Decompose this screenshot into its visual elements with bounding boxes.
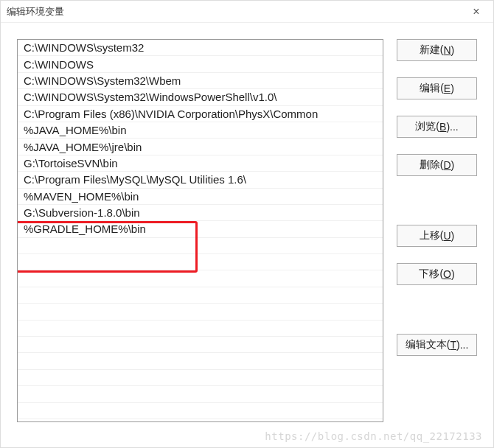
button-column: 新建(N) 编辑(E) 浏览(B)... 删除(D) 上移(U) 下移(O) 编…	[397, 39, 477, 431]
list-item[interactable]	[18, 287, 383, 304]
list-item[interactable]	[18, 337, 383, 353]
list-item[interactable]: %JAVA_HOME%\bin	[18, 122, 383, 139]
list-item[interactable]	[18, 370, 383, 386]
close-button[interactable]: ×	[465, 1, 487, 23]
close-icon: ×	[473, 5, 479, 18]
list-item[interactable]	[18, 304, 383, 320]
list-item[interactable]: C:\WINDOWS\system32	[18, 40, 383, 56]
list-item[interactable]: C:\WINDOWS\System32\WindowsPowerShell\v1…	[18, 89, 383, 105]
env-var-dialog: 编辑环境变量 × C:\WINDOWS\system32C:\WINDOWSC:…	[0, 0, 494, 448]
list-item[interactable]: %GRADLE_HOME%\bin	[18, 221, 383, 237]
delete-button[interactable]: 删除(D)	[397, 154, 477, 176]
move-down-button[interactable]: 下移(O)	[397, 263, 477, 285]
browse-button[interactable]: 浏览(B)...	[397, 116, 477, 138]
list-item[interactable]	[18, 403, 383, 419]
list-item[interactable]	[18, 254, 383, 270]
list-item[interactable]: C:\WINDOWS	[18, 56, 383, 72]
edit-button[interactable]: 编辑(E)	[397, 77, 477, 99]
list-item[interactable]: G:\Subversion-1.8.0\bin	[18, 205, 383, 221]
content-area: C:\WINDOWS\system32C:\WINDOWSC:\WINDOWS\…	[1, 23, 493, 447]
button-spacer	[397, 192, 477, 209]
list-item[interactable]	[18, 238, 383, 254]
list-item[interactable]: G:\TortoiseSVN\bin	[18, 155, 383, 172]
list-item[interactable]: C:\Program Files (x86)\NVIDIA Corporatio…	[18, 106, 383, 122]
edit-text-button[interactable]: 编辑文本(T)...	[397, 334, 477, 356]
list-item[interactable]	[18, 270, 383, 287]
titlebar: 编辑环境变量 ×	[1, 1, 493, 23]
list-item[interactable]: C:\WINDOWS\System32\Wbem	[18, 73, 383, 89]
new-button[interactable]: 新建(N)	[397, 39, 477, 61]
dialog-title: 编辑环境变量	[7, 5, 64, 18]
button-spacer-2	[397, 301, 477, 318]
list-item[interactable]	[18, 386, 383, 402]
list-item[interactable]: C:\Program Files\MySQL\MySQL Utilities 1…	[18, 172, 383, 188]
list-item[interactable]: %JAVA_HOME%\jre\bin	[18, 139, 383, 155]
list-item[interactable]	[18, 321, 383, 337]
list-item[interactable]	[18, 353, 383, 369]
path-listbox[interactable]: C:\WINDOWS\system32C:\WINDOWSC:\WINDOWS\…	[17, 39, 383, 422]
watermark-text: https://blog.csdn.net/qq_22172133	[265, 430, 482, 442]
list-item[interactable]: %MAVEN_HOME%\bin	[18, 189, 383, 205]
move-up-button[interactable]: 上移(U)	[397, 225, 477, 247]
